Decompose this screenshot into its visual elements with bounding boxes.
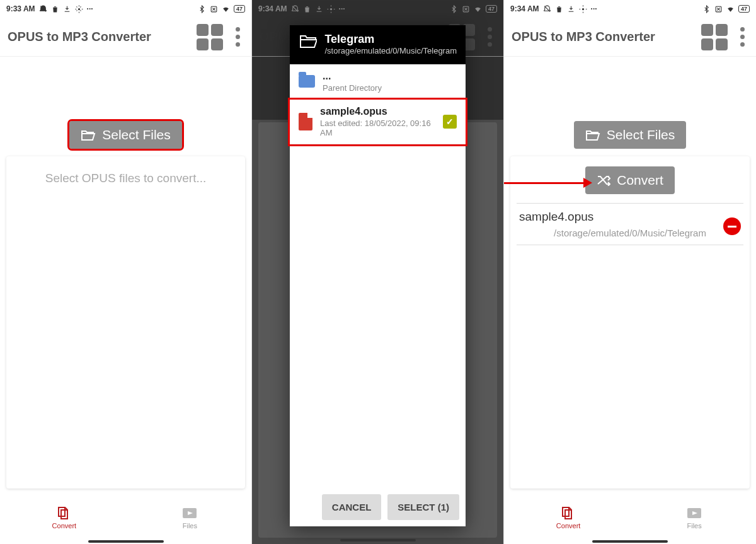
select-files-label: Select Files: [607, 127, 675, 142]
convert-button[interactable]: Convert: [585, 166, 675, 194]
app-title: OPUS to MP3 Converter: [512, 30, 655, 44]
bluetooth-icon: [198, 5, 206, 13]
parent-directory-row[interactable]: ... Parent Directory: [290, 64, 466, 100]
trash-icon: [51, 5, 59, 13]
bottom-nav: Convert Files: [0, 495, 251, 540]
screen-3: 9:34 AM ··· 47 OPUS to MP3 Converter Sel…: [504, 0, 756, 544]
file-name: sample4.opus: [320, 106, 435, 117]
cancel-button[interactable]: CANCEL: [322, 494, 382, 520]
checkbox-checked-icon[interactable]: ✓: [443, 115, 457, 129]
screen-1: 9:33 AM ··· 47 OPUS to MP3 Converter Sel…: [0, 0, 252, 544]
app-title: OPUS to MP3 Converter: [8, 30, 151, 44]
shuffle-icon: [597, 175, 610, 186]
download-icon: [63, 5, 71, 13]
minus-icon: [728, 226, 736, 228]
select-files-label: Select Files: [102, 127, 171, 142]
selected-file-name: sample4.opus: [519, 210, 741, 224]
menu-icon[interactable]: [736, 27, 748, 47]
home-indicator[interactable]: [252, 539, 503, 543]
dnd-icon: [543, 5, 551, 13]
folder-icon: [299, 75, 315, 88]
gear-icon: [75, 5, 83, 13]
grid-view-icon[interactable]: [197, 24, 223, 50]
file-meta: Last edited: 18/05/2022, 09:16 AM: [320, 119, 435, 137]
status-bar: 9:34 AM ··· 47: [504, 0, 756, 18]
download-icon: [567, 5, 575, 13]
folder-open-icon: [585, 129, 600, 141]
nav-convert[interactable]: Convert: [556, 506, 581, 530]
nav-files[interactable]: Files: [685, 506, 704, 530]
selected-file-path: /storage/emulated/0/Music/Telegram: [519, 228, 741, 238]
placeholder-text: Select OPUS files to convert...: [13, 168, 239, 185]
status-bar: 9:33 AM ··· 47: [0, 0, 251, 18]
bottom-nav: Convert Files: [504, 495, 756, 540]
status-time: 9:33 AM: [6, 4, 35, 13]
app-bar: OPUS to MP3 Converter: [504, 18, 756, 57]
annotation-arrow: [504, 177, 592, 189]
select-files-button[interactable]: Select Files: [69, 121, 182, 149]
file-row[interactable]: sample4.opus Last edited: 18/05/2022, 09…: [290, 100, 466, 144]
status-time: 9:34 AM: [510, 4, 539, 13]
folder-open-icon: [81, 129, 96, 141]
app-bar: OPUS to MP3 Converter: [0, 18, 251, 57]
more-dots: ···: [591, 4, 597, 13]
convert-icon: [559, 506, 578, 521]
selected-file-row: sample4.opus /storage/emulated/0/Music/T…: [517, 203, 743, 245]
screen-2: 9:34 AM ··· 47 OPUS to MP3 Converter: [252, 0, 504, 544]
dnd-icon: [39, 5, 47, 13]
convert-label: Convert: [617, 173, 663, 188]
convert-icon: [55, 506, 74, 521]
files-icon: [685, 506, 704, 521]
bluetooth-icon: [702, 5, 711, 13]
home-indicator[interactable]: [504, 540, 756, 544]
battery-label: 47: [234, 5, 245, 13]
gear-icon: [579, 5, 587, 13]
folder-open-icon: [299, 33, 317, 49]
more-dots: ···: [87, 4, 93, 13]
no-sim-icon: [210, 5, 218, 13]
nav-convert[interactable]: Convert: [52, 506, 77, 530]
menu-icon[interactable]: [232, 27, 244, 47]
home-indicator[interactable]: [0, 540, 251, 544]
trash-icon: [555, 5, 563, 13]
no-sim-icon: [714, 5, 723, 13]
nav-files[interactable]: Files: [180, 506, 199, 530]
dialog-path: /storage/emulated/0/Music/Telegram: [324, 46, 457, 57]
svg-point-0: [77, 8, 79, 9]
grid-view-icon[interactable]: [701, 24, 728, 50]
dialog-title: Telegram: [324, 33, 457, 46]
battery-label: 47: [738, 5, 750, 13]
wifi-icon: [726, 5, 735, 13]
dialog-header: Telegram /storage/emulated/0/Music/Teleg…: [290, 25, 466, 64]
file-picker-dialog: Telegram /storage/emulated/0/Music/Teleg…: [290, 25, 466, 526]
svg-point-6: [581, 8, 583, 9]
files-icon: [180, 506, 199, 521]
wifi-icon: [222, 5, 230, 13]
select-files-button[interactable]: Select Files: [574, 121, 687, 149]
remove-file-button[interactable]: [723, 217, 741, 235]
document-icon: [299, 113, 312, 130]
select-button[interactable]: SELECT (1): [387, 494, 459, 520]
